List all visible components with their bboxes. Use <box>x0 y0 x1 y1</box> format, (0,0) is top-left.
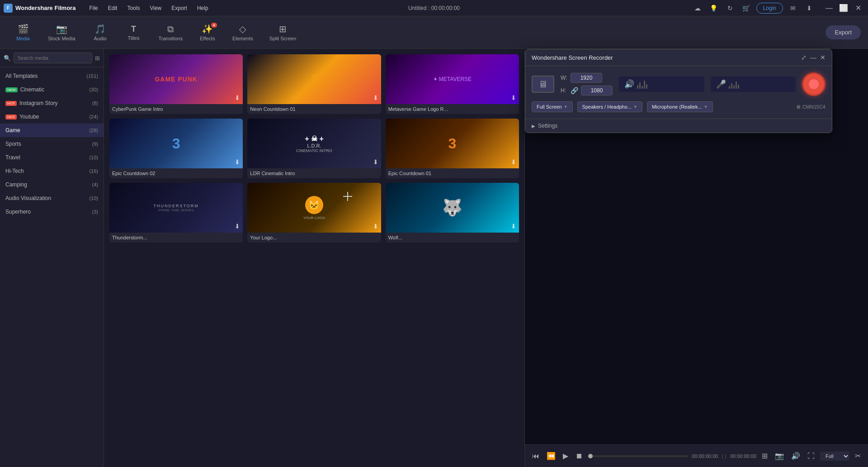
tool-transitions[interactable]: ⧉ Transitions <box>151 21 190 44</box>
progress-bar[interactable] <box>588 455 688 457</box>
recorder-settings[interactable]: ▶ Settings <box>525 119 832 133</box>
close-button[interactable]: ✕ <box>852 2 864 14</box>
minimize-button[interactable]: — <box>823 2 835 14</box>
recorder-close-icon[interactable]: ✕ <box>820 54 826 61</box>
download-icon[interactable]: ⬇ <box>373 223 378 230</box>
download-icon[interactable]: ⬇ <box>803 2 816 14</box>
mic-icon: 🎤 <box>716 79 726 89</box>
screen-capture-icon[interactable]: 🖥 <box>532 76 554 93</box>
download-icon[interactable]: ⬇ <box>511 223 516 230</box>
effects-badge: ● <box>211 23 217 28</box>
audio-bar <box>639 82 641 89</box>
menu-tools[interactable]: Tools <box>123 3 144 13</box>
sidebar-item-cinematic[interactable]: NEW Cinematic (30) <box>0 83 104 96</box>
tool-effects[interactable]: ● ✨ Effects <box>192 21 223 44</box>
hot-badge: HOT <box>5 114 17 119</box>
tool-media[interactable]: 🎬 Media <box>7 21 39 44</box>
download-icon[interactable]: ⬇ <box>235 94 240 101</box>
cloud-icon[interactable]: ☁ <box>691 2 704 14</box>
media-card-epic1[interactable]: 3 ⬇ Epic Countdown 01 <box>386 119 519 178</box>
media-card-cyberpunk[interactable]: GAME PUNK ⬇ CyberPunk Game Intro <box>109 54 243 114</box>
menu-edit[interactable]: Edit <box>104 3 122 13</box>
lightbulb-icon[interactable]: 💡 <box>708 2 720 14</box>
media-card-metaverse[interactable]: ✦ METAVERSE ⬇ Metaverse Game Logo R... <box>386 54 519 114</box>
media-card-thunder[interactable]: THUNDERSTORM PRIME TIME SERIES ⬇ Thunder… <box>109 183 243 243</box>
tool-audio[interactable]: 🎵 Audio <box>85 21 116 44</box>
menu-file[interactable]: File <box>85 3 102 13</box>
sidebar-item-youtube[interactable]: HOT Youtube (24) <box>0 110 104 124</box>
mic-device-dropdown[interactable]: Microphone (Realtek... ▼ <box>647 101 713 112</box>
notif-icon[interactable]: ✉ <box>787 2 799 14</box>
download-icon[interactable]: ⬇ <box>511 158 516 166</box>
play-button[interactable]: ▶ <box>561 450 570 462</box>
sidebar-item-all-templates[interactable]: All Templates (151) <box>0 69 104 83</box>
fullscreen-button[interactable]: ⛶ <box>806 450 816 462</box>
skip-back-button[interactable]: ⏮ <box>530 450 541 462</box>
card-thumb-text: ✦ METAVERSE <box>433 76 472 82</box>
sidebar-item-instagram[interactable]: HOT Instagram Story (8) <box>0 96 104 110</box>
fit-screen-button[interactable]: ⊞ <box>760 450 769 462</box>
download-icon[interactable]: ⬇ <box>373 94 378 101</box>
card-title: Epic Countdown 01 <box>386 168 519 178</box>
download-icon[interactable]: ⬇ <box>511 94 516 101</box>
maximize-button[interactable]: ⬜ <box>837 2 850 14</box>
media-card-neon[interactable]: 2 ⬇ Neon Countdown 01 <box>247 54 381 114</box>
tool-audio-label: Audio <box>94 36 106 41</box>
menu-export[interactable]: Export <box>167 3 192 13</box>
main-content: 🔍 ⊞ All Templates (151) NEW Cinematic (3… <box>0 49 868 467</box>
record-button[interactable] <box>802 72 826 96</box>
tool-elements[interactable]: ◇ Elements <box>225 21 260 44</box>
sidebar-item-hitech[interactable]: Hi-Tech (16) <box>0 164 104 178</box>
cart-icon[interactable]: 🛒 <box>740 2 753 14</box>
stop-button[interactable]: ⏹ <box>574 450 585 462</box>
recorder-window-controls: ⤢ — ✕ <box>801 54 826 61</box>
volume-button[interactable]: 🔊 <box>789 450 802 462</box>
sidebar-count: (151) <box>86 73 98 79</box>
zoom-select[interactable]: Full 50% 75% 100% <box>820 452 849 461</box>
sidebar-count: (3) <box>92 209 98 214</box>
media-card-ldr[interactable]: + ☠ + L.D.R. CINEMATIC INTRO ⬇ LDR Cinem… <box>247 119 381 178</box>
tool-split-screen[interactable]: ⊞ Split Screen <box>262 21 303 44</box>
step-back-button[interactable]: ⏪ <box>545 450 557 462</box>
recorder-minimize-icon[interactable]: — <box>810 54 816 61</box>
sidebar-count: (16) <box>89 168 98 174</box>
time-current: 00:00:00:00 <box>692 453 718 459</box>
recorder-expand-icon[interactable]: ⤢ <box>801 54 807 61</box>
download-icon[interactable]: ⬇ <box>235 223 240 230</box>
tool-stock-media[interactable]: 📷 Stock Media <box>41 21 83 44</box>
lock-icon[interactable]: 🔗 <box>571 87 578 94</box>
sidebar-label: Travel <box>5 154 20 161</box>
download-icon[interactable]: ⬇ <box>235 158 240 166</box>
sidebar-item-sports[interactable]: Sports (9) <box>0 137 104 151</box>
export-button[interactable]: Export <box>826 25 861 39</box>
crop-button[interactable]: ✂ <box>853 450 863 462</box>
sidebar-label: Audio Visualization <box>5 195 51 201</box>
card-thumbnail: 3 ⬇ <box>386 119 519 168</box>
media-card-logo[interactable]: 🐱 YOUR LOGO ⬇ Your Logo... <box>247 183 381 243</box>
search-input[interactable] <box>14 52 92 63</box>
sidebar-item-camping[interactable]: Camping (4) <box>0 178 104 191</box>
sidebar-item-travel[interactable]: Travel (10) <box>0 151 104 164</box>
sidebar-item-audio-visualization[interactable]: Audio Visualization (10) <box>0 191 104 205</box>
sidebar-count: (4) <box>92 182 98 187</box>
grid-icon[interactable]: ⊞ <box>95 55 100 62</box>
download-icon[interactable]: ⬇ <box>373 158 378 166</box>
snapshot-button[interactable]: 📷 <box>773 450 786 462</box>
audio-device-dropdown[interactable]: Speakers / Headpho... ▼ <box>577 101 642 112</box>
media-card-epic2[interactable]: 3 ⬇ Epic Countdown 02 <box>109 119 243 178</box>
sidebar-label: Superhero <box>5 209 31 215</box>
menu-help[interactable]: Help <box>193 3 213 13</box>
titlebar: F Wondershare Filmora File Edit Tools Vi… <box>0 0 868 16</box>
sidebar-item-game[interactable]: Game (28) <box>0 124 104 137</box>
tool-titles[interactable]: T Titles <box>118 22 150 43</box>
login-button[interactable]: Login <box>756 3 783 14</box>
sidebar-item-superhero[interactable]: Superhero (3) <box>0 205 104 219</box>
card-thumbnail: 3 ⬇ <box>109 119 243 168</box>
menu-view[interactable]: View <box>145 3 166 13</box>
width-input[interactable] <box>571 73 602 83</box>
media-card-wolf[interactable]: 🐺 ⬇ Wolf... <box>386 183 519 243</box>
screen-mode-dropdown[interactable]: Full Screen ▼ <box>532 101 573 112</box>
refresh-icon[interactable]: ↻ <box>724 2 736 14</box>
progress-handle[interactable] <box>588 454 593 458</box>
height-input[interactable] <box>581 86 613 95</box>
